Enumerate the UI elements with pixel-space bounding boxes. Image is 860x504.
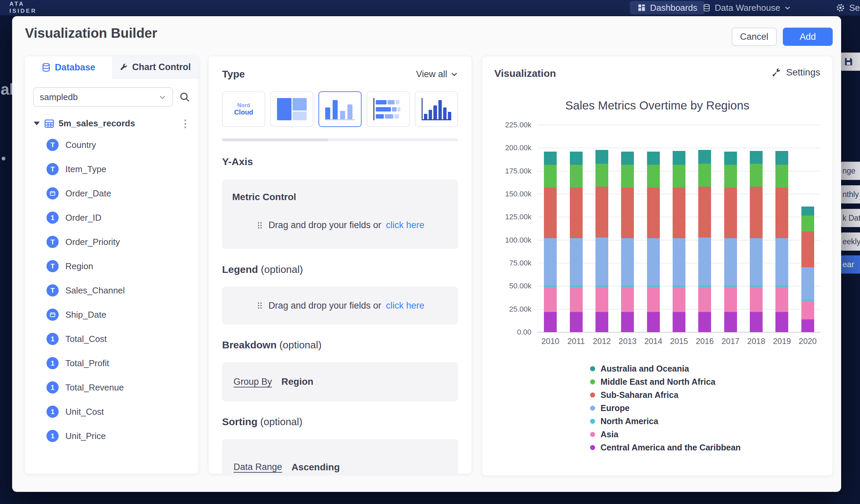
database-icon [703, 4, 711, 12]
bar-segment [724, 152, 737, 164]
field-item[interactable]: TCountry [25, 133, 199, 157]
view-all-button[interactable]: View all [416, 69, 458, 80]
x-tick-label: 2011 [563, 336, 589, 346]
tab-database[interactable]: Database [25, 56, 112, 78]
group-by-row[interactable]: Group By Region [222, 362, 458, 401]
bg-fragment: k Date [840, 209, 860, 227]
histogram-thumb [421, 98, 451, 120]
tab-chart-control[interactable]: Chart Control [112, 56, 199, 78]
legend-item[interactable]: North America [590, 415, 741, 428]
bar-segment [724, 287, 737, 312]
bar-segment [750, 151, 763, 164]
bar-slot [640, 125, 666, 332]
field-item[interactable]: TRegion [25, 254, 199, 278]
nav-dashboards[interactable]: Dashboards [630, 1, 705, 14]
y-tick-label: 125.00k [505, 213, 531, 221]
x-tick-label: 2015 [666, 336, 692, 346]
bar-slot [718, 125, 743, 332]
bar-segment [570, 165, 583, 188]
search-icon[interactable] [179, 91, 190, 103]
cards-scrollbar[interactable] [222, 139, 458, 141]
x-tick-label: 2017 [718, 336, 743, 346]
view-all-label: View all [416, 69, 447, 80]
cards-scrollbar-thumb[interactable] [222, 139, 328, 141]
field-item[interactable]: 1Unit_Cost [25, 400, 199, 424]
legend-label: Middle East and North Africa [601, 377, 715, 387]
bg-dot [2, 157, 5, 160]
legend-label: Asia [601, 430, 618, 439]
bar-segment [775, 188, 788, 238]
add-button[interactable]: Add [783, 28, 833, 46]
text-field-icon: T [46, 284, 59, 297]
nav-data-warehouse[interactable]: Data Warehouse [703, 0, 791, 15]
bar-slot [769, 125, 794, 332]
bar-segment [596, 150, 608, 164]
bar-segment [698, 187, 711, 237]
field-label: Order_Date [66, 188, 111, 199]
field-label: Ship_Date [66, 309, 106, 320]
legend-item[interactable]: Asia [590, 428, 741, 441]
x-tick-label: 2010 [538, 336, 563, 346]
nav-warehouse-label: Data Warehouse [715, 3, 780, 13]
click-here-link[interactable]: click here [386, 301, 424, 311]
bar-segment [621, 152, 634, 164]
field-label: Order_ID [66, 213, 101, 223]
drop-text: Drag and drop your fields or [269, 220, 382, 230]
bar-segment [570, 287, 583, 312]
bar-segment [775, 165, 788, 188]
field-item[interactable]: 1Order_ID [25, 205, 199, 230]
chart-type-histogram[interactable] [415, 91, 458, 127]
legend-dot [590, 432, 595, 437]
table-tree-item[interactable]: 5m_sales_records ⋮ [25, 112, 199, 133]
cancel-button[interactable]: Cancel [732, 28, 777, 46]
chart-type-column[interactable] [318, 91, 362, 127]
field-label: Unit_Price [66, 431, 106, 441]
x-tick-label: 2013 [615, 336, 640, 346]
chart-type-treemap[interactable] [270, 91, 313, 127]
field-item[interactable]: Ship_Date [25, 303, 199, 327]
group-by-label[interactable]: Group By [233, 377, 272, 387]
metric-control-dropzone[interactable]: Metric Control Drag and drop your fields… [222, 179, 458, 249]
save-button-fragment[interactable] [840, 53, 860, 71]
stacked-bar [570, 125, 583, 332]
legend-item[interactable]: Australia and Oceania [590, 362, 741, 375]
field-item[interactable]: TSales_Channel [25, 278, 199, 303]
kebab-menu-icon[interactable]: ⋮ [180, 119, 190, 129]
database-select[interactable]: sampledb [33, 87, 173, 107]
settings-button[interactable]: Settings [771, 67, 820, 78]
breakdown-heading: Breakdown (optional) [222, 339, 458, 351]
bar-segment [673, 238, 685, 285]
legend-item[interactable]: Central America and the Caribbean [590, 441, 741, 454]
field-label: Total_Revenue [66, 383, 124, 393]
legend-item[interactable]: Europe [590, 402, 741, 415]
field-item[interactable]: Order_Date [25, 181, 199, 205]
field-item[interactable]: 1Total_Cost [25, 327, 199, 351]
legend-item[interactable]: Middle East and North Africa [590, 375, 741, 388]
field-item[interactable]: 1Total_Profit [25, 351, 199, 375]
nav-dashboards-label: Dashboards [650, 3, 697, 13]
legend-dot [590, 419, 595, 424]
stacked-bar [775, 125, 788, 332]
field-item[interactable]: 1Total_Revenue [25, 375, 199, 400]
stacked-bar [750, 125, 763, 332]
bar-segment [544, 287, 557, 312]
nav-settings[interactable]: Settings [836, 0, 860, 15]
bg-button-fragment[interactable]: ear [840, 255, 860, 274]
bar-segment [750, 164, 763, 187]
bar-segment [775, 151, 788, 165]
settings-label: Settings [786, 67, 820, 78]
field-item[interactable]: TItem_Type [25, 157, 199, 181]
chart-type-hbar[interactable] [367, 91, 410, 127]
legend-dot [590, 445, 595, 450]
sorting-field-label[interactable]: Data Range [233, 462, 282, 472]
field-item[interactable]: 1Unit_Price [25, 424, 199, 448]
click-here-link[interactable]: click here [386, 220, 424, 230]
legend-dropzone[interactable]: Drag and drop your fields or click here [222, 287, 458, 325]
modal-title: Visualization Builder [25, 26, 157, 41]
legend-item[interactable]: Sub-Saharan Africa [590, 388, 741, 402]
field-item[interactable]: TOrder_Priority [25, 230, 199, 254]
chart-type-wordcloud[interactable]: Nord Cloud [222, 91, 265, 127]
bar-segment [698, 150, 711, 164]
bg-fragment: nge [840, 162, 860, 180]
sorting-row[interactable]: Data Range Ascending [222, 439, 458, 474]
